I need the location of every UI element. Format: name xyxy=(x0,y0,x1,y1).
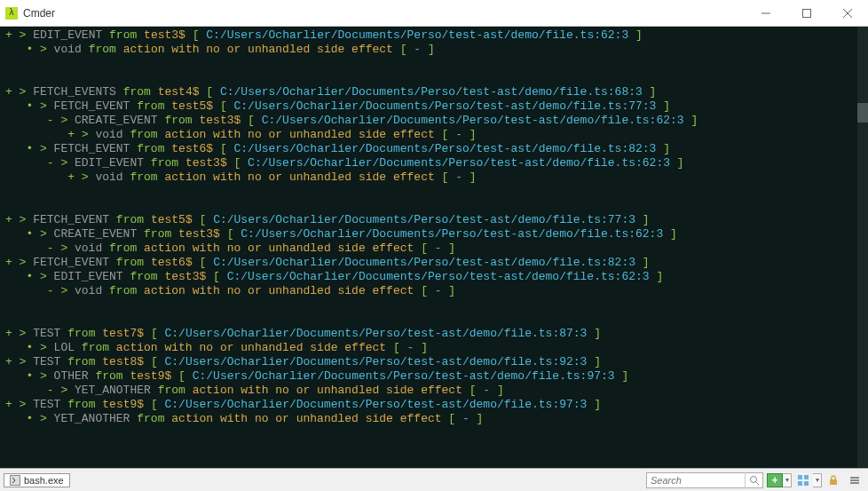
statusbar: bash.exe + ▾ ▾ xyxy=(0,468,868,491)
maximize-icon xyxy=(802,9,811,18)
terminal-line xyxy=(5,185,863,199)
svg-rect-11 xyxy=(804,481,809,486)
terminal-line xyxy=(5,298,863,313)
lock-button[interactable] xyxy=(824,471,843,489)
terminal-line: + > TEST from test7$ [ C:/Users/Ocharlie… xyxy=(5,327,863,341)
terminal-line: + > FETCH_EVENTS from test4$ [ C:/Users/… xyxy=(5,85,863,99)
terminal-line xyxy=(5,199,863,213)
close-button[interactable] xyxy=(827,0,868,27)
svg-rect-12 xyxy=(830,479,837,485)
terminal-line: - > YET_ANOTHER from action with no or u… xyxy=(5,384,863,398)
terminal-scrollbar[interactable] xyxy=(857,27,868,468)
hamburger-icon xyxy=(848,474,861,487)
svg-rect-8 xyxy=(798,475,802,479)
terminal-line: - > EDIT_EVENT from test3$ [ C:/Users/Oc… xyxy=(5,156,863,170)
settings-button[interactable] xyxy=(845,471,864,489)
terminal-scroll-thumb[interactable] xyxy=(857,103,868,123)
search-input[interactable] xyxy=(647,474,745,487)
maximize-button[interactable] xyxy=(786,0,827,27)
console-tab-icon xyxy=(10,475,20,486)
svg-rect-1 xyxy=(803,9,811,17)
windows-toggle-button[interactable] xyxy=(793,471,813,489)
minimize-icon xyxy=(761,9,770,18)
terminal-line: • > EDIT_EVENT from test3$ [ C:/Users/Oc… xyxy=(5,270,863,284)
svg-line-7 xyxy=(755,481,759,485)
terminal-line: • > CREATE_EVENT from test3$ [ C:/Users/… xyxy=(5,227,863,242)
search-box xyxy=(646,472,763,488)
terminal-line: • > FETCH_EVENT from test5$ [ C:/Users/O… xyxy=(5,99,863,114)
windows-dropdown[interactable]: ▾ xyxy=(813,473,822,487)
terminal-line xyxy=(5,57,863,71)
window-title: Cmder xyxy=(23,7,746,20)
chevron-down-icon: ▾ xyxy=(816,476,819,484)
new-console-dropdown[interactable]: ▾ xyxy=(783,473,792,487)
search-button[interactable] xyxy=(745,472,762,488)
terminal-line: - > void from action with no or unhandle… xyxy=(5,242,863,256)
terminal-line: • > OTHER from test9$ [ C:/Users/Ocharli… xyxy=(5,369,863,384)
terminal-line: • > void from action with no or unhandle… xyxy=(5,43,863,57)
terminal-line: + > FETCH_EVENT from test6$ [ C:/Users/O… xyxy=(5,256,863,270)
new-console-button[interactable]: + xyxy=(767,473,783,487)
terminal-line xyxy=(5,313,863,327)
terminal-line xyxy=(5,71,863,85)
terminal-line: + > void from action with no or unhandle… xyxy=(5,170,863,185)
minimize-button[interactable] xyxy=(746,0,786,27)
terminal-line: • > LOL from action with no or unhandled… xyxy=(5,341,863,355)
titlebar: λ Cmder xyxy=(0,0,868,27)
chevron-down-icon: ▾ xyxy=(785,476,789,484)
search-icon xyxy=(749,475,760,486)
terminal-line: + > TEST from test9$ [ C:/Users/Ocharlie… xyxy=(5,398,863,412)
terminal-line: • > FETCH_EVENT from test6$ [ C:/Users/O… xyxy=(5,142,863,156)
terminal-line: + > FETCH_EVENT from test5$ [ C:/Users/O… xyxy=(5,213,863,227)
window-controls xyxy=(746,0,868,27)
svg-rect-10 xyxy=(798,481,802,486)
terminal-line: + > void from action with no or unhandle… xyxy=(5,128,863,142)
close-icon xyxy=(843,9,852,18)
terminal-line: - > CREATE_EVENT from test3$ [ C:/Users/… xyxy=(5,114,863,128)
terminal-line: + > TEST from test8$ [ C:/Users/Ocharlie… xyxy=(5,355,863,369)
console-tab[interactable]: bash.exe xyxy=(4,473,70,487)
windows-icon xyxy=(797,474,809,487)
console-tab-label: bash.exe xyxy=(24,475,64,486)
svg-point-6 xyxy=(750,476,756,482)
terminal-line: - > void from action with no or unhandle… xyxy=(5,284,863,298)
terminal-output[interactable]: + > EDIT_EVENT from test3$ [ C:/Users/Oc… xyxy=(0,27,868,468)
app-icon: λ xyxy=(5,7,18,20)
plus-icon: + xyxy=(771,474,777,487)
lock-icon xyxy=(827,474,840,487)
svg-rect-9 xyxy=(804,475,809,479)
terminal-line: + > EDIT_EVENT from test3$ [ C:/Users/Oc… xyxy=(5,28,863,43)
terminal-line: • > YET_ANOTHER from action with no or u… xyxy=(5,412,863,426)
